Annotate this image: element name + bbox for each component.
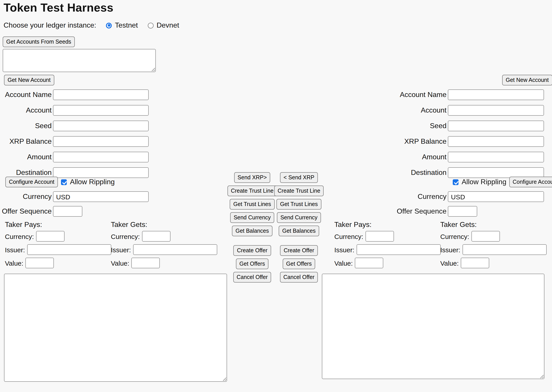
middle-left-column: Send XRP> Create Trust Line Get Trust Li… bbox=[229, 172, 276, 285]
get-trust-lines-right-button[interactable]: Get Trust Lines bbox=[276, 199, 321, 210]
account2-currency-input[interactable] bbox=[448, 191, 544, 202]
account2-taker-gets-issuer-label: Issuer: bbox=[440, 246, 460, 253]
create-offer-left-button[interactable]: Create Offer bbox=[233, 245, 271, 256]
account2-account-name-label: Account Name bbox=[396, 91, 446, 99]
account1-currency-section: Currency Offer Sequence bbox=[1, 191, 150, 217]
account2-taker-gets-currency-input[interactable] bbox=[471, 231, 500, 242]
account1-configure-row: Configure Account Allow Rippling bbox=[5, 177, 115, 187]
testnet-radio[interactable] bbox=[106, 22, 112, 28]
account1-account-input[interactable] bbox=[53, 105, 149, 116]
account1-fields: Account Name Account Seed XRP Balance Am… bbox=[1, 90, 150, 178]
account2-results-textarea[interactable] bbox=[322, 274, 545, 379]
send-currency-left-button[interactable]: Send Currency bbox=[230, 212, 275, 223]
radio-group-testnet: Testnet bbox=[106, 21, 138, 29]
get-balances-right-button[interactable]: Get Balances bbox=[279, 226, 319, 236]
account2-taker-pays-currency-label: Currency: bbox=[334, 232, 363, 240]
account1-taker-pays-value-input[interactable] bbox=[26, 258, 54, 268]
account1-taker-pays-value-label: Value: bbox=[5, 259, 23, 267]
get-offers-right-button[interactable]: Get Offers bbox=[283, 259, 315, 269]
account2-allow-rippling-checkbox[interactable] bbox=[453, 179, 459, 185]
cancel-offer-right-button[interactable]: Cancel Offer bbox=[280, 272, 318, 283]
account1-allow-rippling-label: Allow Rippling bbox=[70, 178, 115, 186]
account2-fields: Account Name Account Seed XRP Balance Am… bbox=[396, 90, 544, 178]
account1-taker-pays-currency-label: Currency: bbox=[5, 232, 34, 240]
account2-seed-input[interactable] bbox=[448, 121, 544, 131]
account1-taker-pays-issuer-label: Issuer: bbox=[5, 246, 25, 253]
account2-taker-pays-block: Taker Pays: Currency: Issuer: Value: bbox=[334, 221, 438, 268]
get-trust-lines-left-button[interactable]: Get Trust Lines bbox=[230, 199, 275, 210]
account1-taker-gets-issuer-label: Issuer: bbox=[111, 246, 131, 253]
account1-taker-pays-block: Taker Pays: Currency: Issuer: Value: bbox=[5, 221, 108, 268]
account2-taker-gets-currency-label: Currency: bbox=[440, 232, 469, 240]
account2-taker-gets-value-input[interactable] bbox=[461, 258, 489, 268]
account2-destination-input[interactable] bbox=[448, 167, 544, 178]
account1-taker-gets-currency-label: Currency: bbox=[111, 232, 140, 240]
page-title: Token Test Harness bbox=[4, 1, 113, 15]
middle-action-buttons: Send XRP> Create Trust Line Get Trust Li… bbox=[229, 172, 322, 285]
account1-taker-gets-block: Taker Gets: Currency: Issuer: Value: bbox=[111, 221, 214, 268]
account1-destination-label: Destination bbox=[1, 169, 52, 177]
account1-allow-rippling-checkbox[interactable] bbox=[61, 179, 67, 185]
account2-account-name-input[interactable] bbox=[448, 90, 544, 100]
account1-taker-gets-header: Taker Gets: bbox=[111, 221, 214, 228]
account1-destination-input[interactable] bbox=[53, 167, 149, 178]
account1-taker-gets-value-input[interactable] bbox=[132, 258, 160, 268]
account2-configure-account-button[interactable]: Configure Account bbox=[509, 177, 552, 187]
account2-taker-pays-issuer-input[interactable] bbox=[357, 244, 441, 255]
account1-taker-pays-issuer-input[interactable] bbox=[27, 244, 111, 255]
send-xrp-left-button[interactable]: < Send XRP bbox=[280, 172, 318, 183]
get-offers-left-button[interactable]: Get Offers bbox=[236, 259, 269, 269]
taker-row: Value: bbox=[440, 258, 544, 268]
account2-taker-gets-value-label: Value: bbox=[440, 259, 459, 267]
account1-amount-input[interactable] bbox=[53, 152, 149, 162]
account2-taker-pays-value-label: Value: bbox=[334, 259, 353, 267]
devnet-radio[interactable] bbox=[148, 22, 153, 28]
account2-taker-gets-block: Taker Gets: Currency: Issuer: Value: bbox=[440, 221, 544, 268]
account2-taker-gets-issuer-input[interactable] bbox=[462, 244, 547, 255]
account2-account-input[interactable] bbox=[448, 105, 544, 116]
account1-configure-account-button[interactable]: Configure Account bbox=[5, 177, 58, 187]
account1-seed-input[interactable] bbox=[53, 121, 149, 131]
taker-row: Issuer: bbox=[334, 244, 438, 255]
testnet-radio-label: Testnet bbox=[115, 21, 138, 29]
account1-offer-sequence-label: Offer Sequence bbox=[1, 207, 52, 215]
account1-currency-label: Currency bbox=[1, 193, 52, 201]
taker-row: Currency: bbox=[111, 231, 214, 242]
account1-taker-gets-currency-input[interactable] bbox=[142, 231, 170, 242]
cancel-offer-left-button[interactable]: Cancel Offer bbox=[233, 272, 271, 283]
account1-taker-pays-currency-input[interactable] bbox=[36, 231, 64, 242]
create-offer-right-button[interactable]: Create Offer bbox=[280, 245, 318, 256]
seeds-textarea[interactable] bbox=[3, 49, 156, 72]
account1-currency-input[interactable] bbox=[53, 191, 149, 202]
account2-configure-row: Allow Rippling Configure Account bbox=[453, 177, 552, 187]
account1-account-name-input[interactable] bbox=[53, 90, 149, 100]
account2-amount-input[interactable] bbox=[448, 152, 544, 162]
get-accounts-from-seeds-button[interactable]: Get Accounts From Seeds bbox=[3, 36, 75, 47]
account1-xrp-balance-input[interactable] bbox=[53, 136, 149, 147]
create-trust-line-left-button[interactable]: Create Trust Line bbox=[227, 186, 277, 196]
taker-row: Currency: bbox=[334, 231, 438, 242]
account2-get-new-account-button[interactable]: Get New Account bbox=[502, 75, 552, 85]
send-xrp-right-button[interactable]: Send XRP> bbox=[234, 172, 270, 183]
account2-xrp-balance-input[interactable] bbox=[448, 136, 544, 147]
account1-taker-gets-issuer-input[interactable] bbox=[133, 244, 217, 255]
account1-offer-sequence-input[interactable] bbox=[53, 206, 82, 217]
account1-get-new-account-button[interactable]: Get New Account bbox=[4, 75, 54, 85]
account1-results-textarea[interactable] bbox=[4, 274, 227, 382]
account2-seed-label: Seed bbox=[396, 122, 446, 130]
create-trust-line-right-button[interactable]: Create Trust Line bbox=[274, 186, 324, 196]
taker-row: Value: bbox=[5, 258, 108, 268]
account1-account-label: Account bbox=[1, 106, 52, 114]
account2-xrp-balance-label: XRP Balance bbox=[396, 138, 446, 146]
send-currency-right-button[interactable]: Send Currency bbox=[277, 212, 321, 223]
get-balances-left-button[interactable]: Get Balances bbox=[232, 226, 272, 236]
radio-group-devnet: Devnet bbox=[148, 21, 179, 29]
middle-right-column: < Send XRP Create Trust Line Get Trust L… bbox=[276, 172, 322, 285]
account2-taker-pays-value-input[interactable] bbox=[355, 258, 383, 268]
account2-taker-gets-header: Taker Gets: bbox=[440, 221, 544, 228]
token-test-harness-page: Token Test Harness Choose your ledger in… bbox=[0, 0, 552, 392]
account2-offer-sequence-input[interactable] bbox=[448, 206, 477, 217]
account2-taker-pays-header: Taker Pays: bbox=[334, 221, 438, 228]
account2-taker-pays-currency-input[interactable] bbox=[366, 231, 394, 242]
account2-allow-rippling-label: Allow Rippling bbox=[462, 178, 506, 186]
